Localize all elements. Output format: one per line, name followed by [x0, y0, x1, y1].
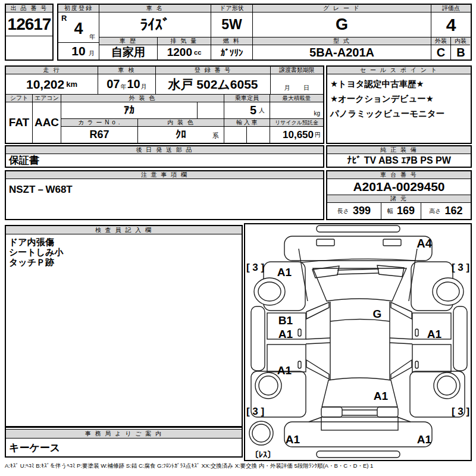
later-parts-box: 後 日 発 送 部 品 保証書 [5, 145, 324, 168]
displacement-value-cell: 1200 cc [158, 45, 211, 60]
dim-width-label: 幅 [387, 207, 393, 215]
max-load-unit: kg [314, 110, 320, 117]
ext-color-label: 外 装 色 [61, 95, 224, 102]
a-pillar-right [409, 249, 417, 301]
sales-point-line: ★トヨタ認定中古車歴★ [330, 77, 470, 92]
ext-color-value: ｱｶ [61, 102, 198, 119]
spare-tire [249, 421, 273, 445]
auction-no-box: 出 品 番 号 12617 [5, 4, 54, 61]
office-label: 事 務 局 よ り ご 案 内 [6, 429, 242, 439]
inspector-box: 検 査 員 記 入 欄 ドア内張傷 シートしみ小 タッチＰ跡 [5, 225, 243, 427]
reg-no-value: 水戸 502ム6055 [156, 74, 271, 95]
window-front-right [391, 302, 412, 319]
window-rear-right [391, 360, 412, 379]
dim-length-cell: 長さ 399 [327, 203, 381, 219]
dim-length-value: 399 [353, 205, 371, 217]
mileage-unit: km [66, 80, 77, 89]
inspection-month: 10 [127, 77, 140, 91]
import-cell-2 [247, 127, 270, 143]
capacity-label: 乗車定員 [224, 95, 270, 102]
dim-length-label: 長さ [337, 207, 349, 215]
transfer-month-label: 月 [284, 84, 290, 92]
equipment-box: 純 正 装 備 ﾅﾋﾞ TV ABS ｴｱB PS PW [326, 145, 472, 168]
first-reg-era: R [61, 14, 67, 23]
capacity-unit: 人 [259, 107, 265, 115]
spec-table: 走 行 10,202 km 車 検 07 年 10 月 登 録 番 号 水戸 5… [5, 65, 324, 144]
front-plate-right [383, 239, 401, 246]
recycle-unit: 円 [315, 131, 321, 139]
import-cell-1 [224, 127, 247, 143]
exterior-value: C [431, 45, 451, 60]
rear-bumper [284, 422, 432, 447]
recycle-cell: 10,650 円 [270, 127, 323, 143]
chassis-label: 車 台 番 号 [327, 171, 471, 179]
mark-door-front-right: A1 [427, 328, 442, 340]
chassis-box: 車 台 番 号 A201A-0029450 諸 元 長さ 399 幅 169 高… [326, 170, 472, 220]
gate-bumper-lines [309, 417, 411, 422]
equipment-label: 純 正 装 備 [327, 146, 471, 154]
mark-door-rear-left: A1 [277, 364, 292, 377]
transfer-label: 譲渡書類期限 [271, 67, 323, 74]
capacity-value: 5 [250, 104, 256, 117]
mark-rear-gate: A1 [374, 390, 389, 402]
handle-rear-right [415, 361, 418, 368]
mark-rear-bumper-right: A1 [417, 433, 432, 446]
sales-point-line: ★オークションデビュー★ [330, 92, 470, 107]
inspection-year: 07 [107, 77, 120, 91]
inspection-month-unit: 月 [141, 83, 147, 91]
import-label: 輸 入 車 [224, 119, 270, 127]
history-value: 自家用 [99, 45, 158, 60]
grade-value: G [253, 12, 431, 37]
grade-label: グ レ ー ド [253, 5, 431, 12]
interior-label: 内装 [450, 37, 470, 45]
mileage-cell: 10,202 km [6, 74, 98, 95]
ext-color-empty [198, 102, 224, 119]
inspection-cell: 07 年 10 月 [98, 74, 156, 95]
a-pillar-left [299, 249, 308, 301]
recycle-value: 10,650 [283, 129, 314, 141]
score-value: 4 [431, 12, 471, 37]
cowl-connector [337, 269, 379, 274]
int-color-suffix: 系 [212, 131, 219, 140]
displacement-value: 1200 [167, 46, 192, 59]
mark-rear-bumper-left: A1 [286, 433, 300, 446]
first-reg-month-cell: 10 月 [58, 43, 99, 60]
auction-no-value: 12617 [6, 12, 52, 36]
mark-glass: G [373, 308, 382, 320]
color-no-value: R67 [61, 127, 138, 143]
aircon-label: エアコン [33, 95, 61, 102]
dimensions-label: 諸 元 [327, 195, 471, 203]
sales-points-label: セ ー ル ス ポ イ ン ト [327, 67, 471, 74]
max-load-cell: kg [270, 102, 323, 119]
auction-sheet: 出 品 番 号 12617 初度登録 R 4 年 10 月 車 名 ﾗｲｽﾞ 車… [0, 0, 476, 476]
mark-door-front-left-top: B1 [278, 314, 293, 327]
later-parts-label: 後 日 発 送 部 品 [6, 146, 323, 154]
door-value: 5W [211, 12, 253, 37]
sill-left [251, 306, 265, 371]
window-rear-left [306, 360, 329, 379]
wiper-right [377, 265, 404, 277]
legend-text: A:ｷｽﾞ U:ﾍｺﾐ B:ｷｽﾞを伴うﾍｺﾐ P:要塗装 W:補修跡 S:錆 … [5, 462, 474, 470]
first-reg-year-cell: R 4 年 [58, 12, 99, 43]
notes-box: 注 意 事 項 欄 NSZT－W68T [5, 170, 324, 220]
inspector-lines: ドア内張傷 シートしみ小 タッチＰ跡 [6, 235, 244, 269]
max-load-label: 最大積載量 [270, 95, 323, 102]
handle-rear-left [298, 361, 301, 368]
mark-door-front-left: A1 [278, 328, 293, 340]
handle-front-left [298, 329, 301, 336]
auction-no-empty [6, 36, 52, 60]
mark-tire-rear-right: [ 3 ] [452, 406, 469, 417]
exterior-label: 外装 [431, 37, 451, 45]
capacity-cell: 5 人 [224, 102, 270, 119]
model-code-value: 5BA-A201A [253, 45, 431, 60]
inspector-line: ドア内張傷 [9, 237, 241, 247]
mark-spare-less: 〔ﾚｽ〕 [250, 450, 275, 459]
office-box: 事 務 局 よ り ご 案 内 キーケース [5, 427, 243, 458]
rear-trim [317, 451, 400, 458]
displacement-label: 排 気 量 [158, 37, 211, 45]
handle-front-right [415, 329, 418, 336]
int-color-label: 内 装 色 [138, 119, 224, 127]
model-code-label: 型 式 [253, 37, 431, 45]
dim-height-value: 162 [445, 205, 463, 217]
shift-label: シフト [6, 95, 33, 102]
